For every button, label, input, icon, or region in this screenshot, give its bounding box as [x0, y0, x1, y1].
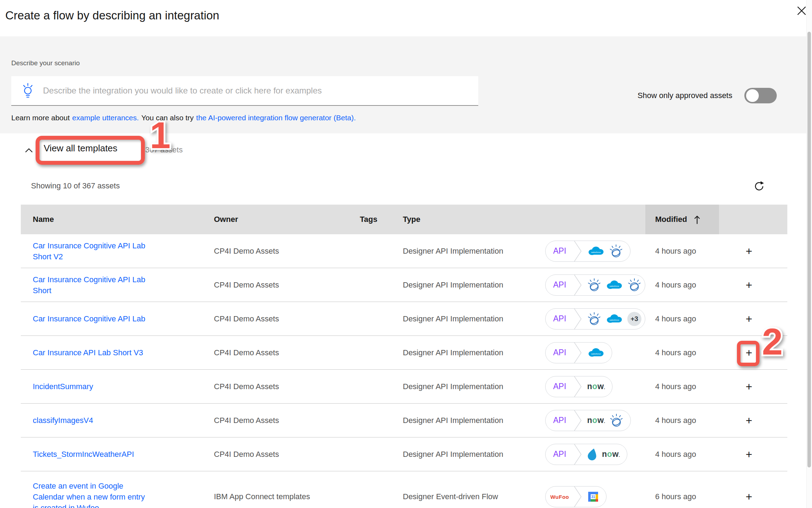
cell-name: Car Insurance Cognitive API Lab [21, 313, 205, 324]
learn-more-prefix: Learn more about [11, 114, 70, 122]
asset-type-label: Designer API Implementation [403, 280, 545, 290]
close-icon [797, 6, 806, 16]
cell-modified: 6 hours ago [645, 492, 719, 501]
pill-divider-chevron [574, 274, 582, 296]
asset-type-label: Designer API Implementation [403, 314, 545, 323]
learn-more-line: Learn more aboutexample utterances.You c… [11, 114, 356, 122]
cell-owner: CP4I Demo Assets [205, 314, 351, 323]
ai-flow-generator-link[interactable]: the AI-powered integration flow generato… [196, 114, 356, 122]
pill-divider-chevron [574, 410, 582, 431]
svg-text:31: 31 [591, 495, 595, 499]
column-header-name[interactable]: Name [21, 215, 205, 224]
asset-type-label: Designer API Implementation [403, 348, 545, 357]
table-row[interactable]: IncidentSummary CP4I Demo Assets Designe… [21, 370, 787, 404]
pill-divider-chevron [574, 376, 582, 397]
pill-connector-icons: salesforce [582, 347, 612, 359]
asset-name-link[interactable]: classifyImagesV4 [33, 415, 93, 426]
add-to-flow-button[interactable]: + [746, 491, 752, 502]
create-flow-modal: Create a flow by describing an integrati… [0, 0, 812, 508]
table-row[interactable]: classifyImagesV4 CP4I Demo Assets Design… [21, 404, 787, 437]
cell-actions: + [719, 381, 779, 392]
table-row[interactable]: Create an event in Google Calendar when … [21, 471, 787, 508]
chevron-up-icon [25, 148, 33, 153]
asset-type-label: Designer API Implementation [403, 450, 545, 459]
asset-name-link[interactable]: Car Insurance Cognitive API Lab [33, 313, 145, 324]
connector-pill: API salesforce [545, 241, 630, 262]
cell-actions: + [719, 347, 779, 358]
cell-actions: + [719, 246, 779, 257]
pill-connector-icons: now. [582, 413, 630, 428]
pill-divider-chevron [574, 308, 582, 329]
pill-connector-icons: salesforce+3 [582, 311, 645, 327]
asset-name-link[interactable]: Car Insurance Cognitive API Lab Short [33, 274, 149, 296]
add-to-flow-button[interactable]: + [746, 381, 752, 392]
cell-owner: CP4I Demo Assets [205, 416, 351, 425]
toggle-knob [746, 89, 759, 102]
collapse-accordion-button[interactable] [22, 143, 36, 157]
salesforce-icon: salesforce [587, 347, 605, 359]
cell-type: Designer API Implementation API now. [394, 410, 645, 431]
asset-name-link[interactable]: Create an event in Google Calendar when … [33, 480, 149, 508]
cell-actions: + [719, 279, 779, 291]
asset-name-link[interactable]: Tickets_StormIncWeatherAPI [33, 449, 134, 460]
table-row[interactable]: Car Insurance API Lab Short V3 CP4I Demo… [21, 336, 787, 370]
approved-assets-toggle[interactable] [744, 88, 777, 103]
weather-drop-icon [586, 447, 599, 461]
salesforce-icon: salesforce [605, 279, 623, 291]
cell-modified: 4 hours ago [645, 450, 719, 459]
lightbulb-icon [20, 82, 35, 99]
table-row[interactable]: Car Insurance Cognitive API Lab Short V2… [21, 234, 787, 268]
showing-count: Showing 10 of 367 assets [31, 181, 120, 190]
cell-owner: CP4I Demo Assets [205, 348, 351, 357]
asset-type-label: Designer API Implementation [403, 382, 545, 391]
add-to-flow-button[interactable]: + [746, 313, 752, 325]
api-badge: API [546, 416, 574, 425]
cell-type: Designer API Implementation API salesfor… [394, 274, 645, 296]
example-utterances-link[interactable]: example utterances. [72, 114, 139, 122]
pill-connector-icons: now. [582, 448, 627, 461]
add-to-flow-button[interactable]: + [746, 279, 752, 291]
table-row[interactable]: Car Insurance Cognitive API Lab CP4I Dem… [21, 302, 787, 336]
cell-type: Designer API Implementation API now. [394, 376, 645, 397]
asset-name-link[interactable]: IncidentSummary [33, 381, 93, 392]
api-badge: API [546, 246, 574, 256]
scrollbar-thumb[interactable] [807, 32, 811, 467]
cell-name: Car Insurance API Lab Short V3 [21, 347, 205, 358]
asset-type-label: Designer API Implementation [403, 247, 545, 256]
pill-divider-chevron [574, 486, 582, 507]
scenario-label: Describe your scenario [11, 59, 80, 67]
api-badge: API [546, 382, 574, 391]
servicenow-icon: now. [602, 449, 620, 459]
column-header-type[interactable]: Type [394, 215, 645, 224]
add-to-flow-button[interactable]: + [746, 449, 752, 460]
learn-more-middle: You can also try [141, 114, 194, 122]
google-calendar-icon: 31 [587, 491, 599, 503]
connector-pill: API now. [545, 410, 631, 431]
asset-name-link[interactable]: Car Insurance Cognitive API Lab Short V2 [33, 240, 149, 262]
table-row[interactable]: Car Insurance Cognitive API Lab Short CP… [21, 268, 787, 302]
column-header-owner[interactable]: Owner [205, 215, 351, 224]
scenario-panel: Describe your scenario Show only approve… [0, 36, 812, 133]
column-header-tags[interactable]: Tags [351, 215, 394, 224]
cell-modified: 4 hours ago [645, 280, 719, 290]
svg-text:salesforce: salesforce [591, 353, 601, 355]
scenario-input[interactable] [35, 76, 478, 105]
cell-actions: + [719, 415, 779, 426]
refresh-button[interactable] [751, 178, 768, 195]
add-to-flow-button[interactable]: + [746, 246, 752, 257]
cell-modified: 4 hours ago [645, 348, 719, 357]
pill-connector-icons: salesforce [582, 277, 645, 293]
table-row[interactable]: Tickets_StormIncWeatherAPI CP4I Demo Ass… [21, 437, 787, 471]
connector-pill: WuFoo 31 [545, 486, 607, 507]
add-to-flow-button[interactable]: + [746, 415, 752, 426]
connector-pill: API now. [545, 444, 627, 465]
watson-icon [587, 311, 601, 327]
add-to-flow-button[interactable]: + [746, 347, 752, 358]
pill-divider-chevron [574, 241, 582, 262]
approved-toggle-label: Show only approved assets [638, 91, 732, 100]
view-all-templates-label[interactable]: View all templates [44, 143, 117, 154]
asset-name-link[interactable]: Car Insurance API Lab Short V3 [33, 347, 143, 358]
pill-connector-icons: now. [582, 382, 612, 391]
scrollbar-track[interactable] [806, 0, 812, 508]
column-header-modified[interactable]: Modified [645, 205, 719, 234]
